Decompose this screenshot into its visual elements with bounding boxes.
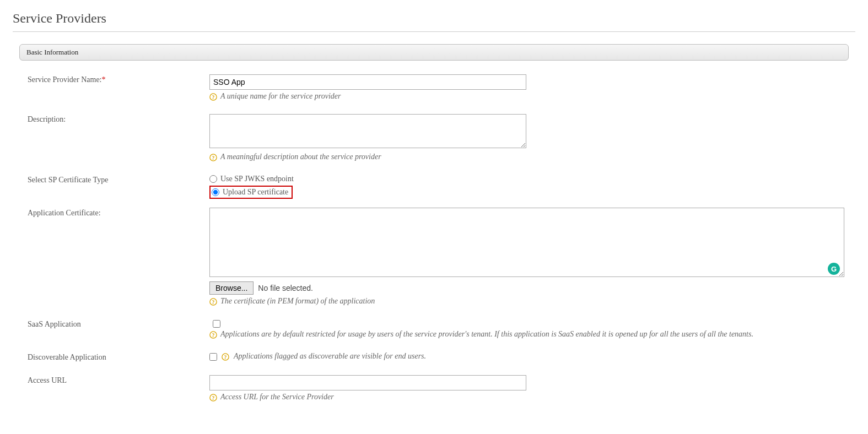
field-saas: ? Applications are by default restricted… [209,319,849,339]
radio-jwks-label: Use SP JWKS endpoint [220,175,294,183]
help-app-cert: ? The certificate (in PEM format) of the… [209,297,849,306]
help-saas-text: Applications are by default restricted f… [220,330,753,339]
help-icon: ? [209,298,217,306]
upload-highlight-box: Upload SP certificate [209,186,293,199]
label-saas: SaaS Application [19,319,209,329]
row-access-url: Access URL ? Access URL for the Service … [19,375,849,402]
label-sp-name-text: Service Provider Name: [28,75,102,84]
svg-text:?: ? [212,155,215,161]
svg-text:?: ? [212,299,215,305]
required-asterisk: * [102,75,106,84]
help-icon: ? [209,93,217,101]
help-app-cert-text: The certificate (in PEM format) of the a… [220,297,375,306]
help-icon: ? [209,331,217,339]
label-cert-type: Select SP Certificate Type [19,175,209,185]
description-textarea[interactable] [209,114,526,148]
app-cert-textarea[interactable] [209,208,844,277]
field-access-url: ? Access URL for the Service Provider [209,375,849,402]
label-access-url: Access URL [19,375,209,385]
help-discoverable-text: Applications flagged as discoverable are… [234,352,426,361]
discoverable-checkbox[interactable] [209,353,217,361]
label-sp-name: Service Provider Name:* [19,74,209,84]
radio-jwks-row[interactable]: Use SP JWKS endpoint [209,175,849,183]
no-file-selected: No file selected. [258,284,313,292]
help-saas: ? Applications are by default restricted… [209,330,849,339]
svg-text:?: ? [212,332,215,338]
help-access-url-text: Access URL for the Service Provider [220,393,334,402]
saas-checkbox[interactable] [213,320,220,328]
radio-upload-row[interactable]: Upload SP certificate [212,188,288,197]
field-app-cert: G Browse... No file selected. ? The cert… [209,208,849,306]
browse-button[interactable]: Browse... [209,281,254,295]
svg-text:?: ? [224,354,227,360]
help-sp-name: ? A unique name for the service provider [209,92,849,101]
row-saas: SaaS Application ? Applications are by d… [19,319,849,339]
access-url-input[interactable] [209,375,526,390]
grammarly-badge-icon[interactable]: G [828,263,840,275]
help-description: ? A meaningful description about the ser… [209,153,849,161]
help-access-url: ? Access URL for the Service Provider [209,393,849,402]
browse-row: Browse... No file selected. [209,281,849,295]
label-discoverable: Discoverable Application [19,352,209,362]
sp-name-input[interactable] [209,74,526,90]
row-discoverable: Discoverable Application ? Applications … [19,352,849,362]
app-cert-wrap: G [209,208,844,279]
row-cert-type: Select SP Certificate Type Use SP JWKS e… [19,175,849,199]
label-description: Description: [19,114,209,124]
help-icon: ? [222,353,229,361]
help-icon: ? [209,394,217,402]
page-title: Service Providers [13,11,855,26]
svg-text:?: ? [212,395,215,401]
form-area: Service Provider Name:* ? A unique name … [19,74,849,402]
row-app-cert: Application Certificate: G Browse... No … [19,208,849,306]
help-sp-name-text: A unique name for the service provider [220,92,341,101]
radio-jwks[interactable] [209,175,217,183]
field-sp-name: ? A unique name for the service provider [209,74,849,101]
radio-upload-label: Upload SP certificate [223,188,288,197]
help-description-text: A meaningful description about the servi… [220,153,381,161]
row-description: Description: ? A meaningful description … [19,114,849,161]
svg-text:?: ? [212,94,215,100]
field-cert-type: Use SP JWKS endpoint Upload SP certifica… [209,175,849,199]
basic-information-header: Basic Information [19,44,849,61]
discoverable-inline: ? Applications flagged as discoverable a… [209,352,849,361]
divider [13,31,855,32]
row-sp-name: Service Provider Name:* ? A unique name … [19,74,849,101]
label-app-cert: Application Certificate: [19,208,209,218]
field-discoverable: ? Applications flagged as discoverable a… [209,352,849,361]
help-icon: ? [209,154,217,161]
field-description: ? A meaningful description about the ser… [209,114,849,161]
radio-upload[interactable] [212,188,219,196]
